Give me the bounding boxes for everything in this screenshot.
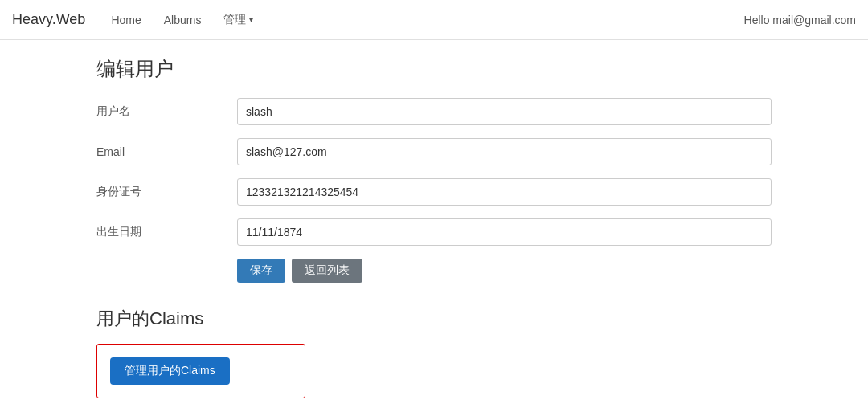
claims-section: 用户的Claims 管理用户的Claims xyxy=(96,307,772,398)
field-id-number: 身份证号 xyxy=(96,178,772,206)
form-actions: 保存 返回列表 xyxy=(237,259,772,283)
nav-admin-label: 管理 xyxy=(223,13,246,27)
nav-links: Home Albums 管理 ▾ xyxy=(101,8,743,32)
nav-home[interactable]: Home xyxy=(101,9,150,31)
label-email: Email xyxy=(96,145,237,158)
input-email[interactable] xyxy=(237,138,772,165)
input-id-number[interactable] xyxy=(237,178,772,206)
label-birthdate: 出生日期 xyxy=(96,225,237,239)
back-button[interactable]: 返回列表 xyxy=(292,259,362,283)
claims-title: 用户的Claims xyxy=(96,307,772,331)
user-greeting: Hello mail@gmail.com xyxy=(744,14,856,27)
save-button[interactable]: 保存 xyxy=(237,259,285,283)
navbar: Heavy.Web Home Albums 管理 ▾ Hello mail@gm… xyxy=(0,0,868,40)
label-username: 用户名 xyxy=(96,104,237,119)
nav-albums[interactable]: Albums xyxy=(154,9,211,31)
input-username[interactable] xyxy=(237,98,772,125)
manage-claims-button[interactable]: 管理用户的Claims xyxy=(110,357,230,385)
brand-logo[interactable]: Heavy.Web xyxy=(12,11,85,28)
page-title: 编辑用户 xyxy=(96,56,772,82)
field-username: 用户名 xyxy=(96,98,772,125)
nav-admin-dropdown[interactable]: 管理 ▾ xyxy=(214,8,263,32)
chevron-down-icon: ▾ xyxy=(249,15,253,24)
main-content: 编辑用户 用户名 Email 身份证号 出生日期 保存 返回列表 用户的Clai… xyxy=(0,40,868,414)
claims-box: 管理用户的Claims xyxy=(96,344,305,398)
field-email: Email xyxy=(96,138,772,165)
edit-user-form: 用户名 Email 身份证号 出生日期 保存 返回列表 xyxy=(96,98,772,283)
field-birthdate: 出生日期 xyxy=(96,218,772,246)
input-birthdate[interactable] xyxy=(237,218,772,246)
label-id-number: 身份证号 xyxy=(96,185,237,199)
